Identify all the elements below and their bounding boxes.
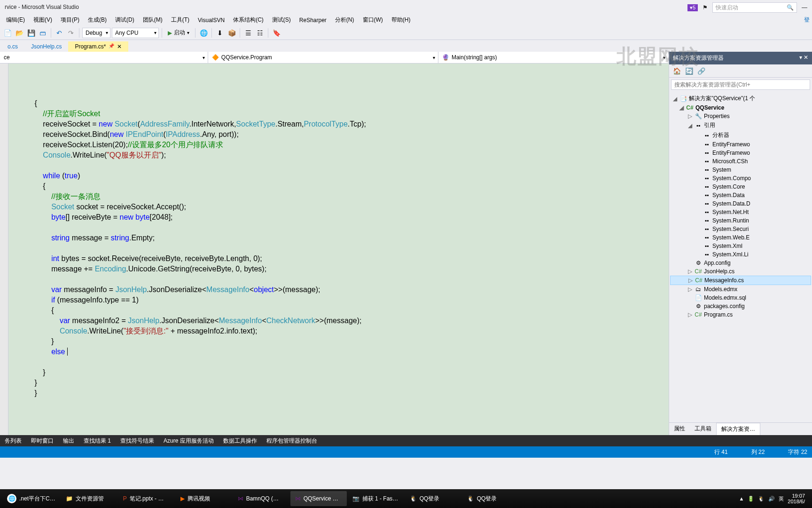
tree-ref-item[interactable]: ▪▪System.Xml <box>670 242 811 250</box>
tree-ref-item[interactable]: ▪▪Microsoft.CSh <box>670 157 811 166</box>
tree-ref-item[interactable]: ▪▪System.Data.D <box>670 199 811 208</box>
menu-view[interactable]: 视图(V) <box>30 15 56 25</box>
tree-file-item[interactable]: ▷C#MessageInfo.cs <box>670 276 811 285</box>
side-tab-toolbox[interactable]: 工具箱 <box>690 423 716 435</box>
tree-file-item[interactable]: ⚙App.config <box>670 259 811 267</box>
comment-button[interactable]: ☰ <box>243 28 253 38</box>
tray-volume-icon[interactable]: 🔊 <box>768 496 775 502</box>
notification-badge[interactable]: ▾5 <box>687 4 698 11</box>
menu-architecture[interactable]: 体系结构(C) <box>229 15 267 25</box>
extension-button[interactable]: 📦 <box>226 28 237 38</box>
tree-ref-item[interactable]: ▪▪System <box>670 166 811 174</box>
tray-ime[interactable]: 英 <box>779 495 784 502</box>
menu-debug[interactable]: 调试(D) <box>111 15 138 25</box>
task-bamnqq[interactable]: ⋈BamnQQ (… <box>233 491 289 506</box>
menu-analyze[interactable]: 分析(N) <box>331 15 358 25</box>
menu-team[interactable]: 团队(M) <box>139 15 166 25</box>
new-button[interactable]: 📄 <box>2 28 13 38</box>
menu-edit[interactable]: 编辑(E) <box>2 15 29 25</box>
tab-jsonhelp[interactable]: JsonHelp.cs <box>24 41 68 52</box>
task-qq2[interactable]: 🐧QQ登录 <box>462 491 519 506</box>
tree-file-item[interactable]: ▷C#Program.cs <box>670 310 811 319</box>
sync-icon[interactable]: 🔗 <box>696 66 706 76</box>
bt-output[interactable]: 输出 <box>58 436 79 446</box>
menu-project[interactable]: 项目(P) <box>57 15 83 25</box>
redo-button[interactable]: ↷ <box>66 28 76 38</box>
step-button[interactable]: ⬇ <box>215 28 225 38</box>
side-tab-solution[interactable]: 解决方案资… <box>716 423 760 435</box>
task-chrome[interactable]: 🌐.net平台下C… <box>2 491 60 506</box>
tree-ref-item[interactable]: ▪▪System.Runtin <box>670 216 811 225</box>
save-all-button[interactable]: 🗃 <box>38 28 48 38</box>
tree-ref-item[interactable]: ▪▪分析器 <box>670 130 811 140</box>
bookmark-button[interactable]: 🔖 <box>271 28 281 38</box>
side-tab-properties[interactable]: 属性 <box>669 423 690 435</box>
menu-visualsvn[interactable]: VisualSVN <box>194 16 228 25</box>
tree-project[interactable]: ◢C#QQService <box>670 103 811 112</box>
bt-package[interactable]: 程序包管理器控制台 <box>262 436 322 446</box>
tray-up-icon[interactable]: ▲ <box>739 496 744 501</box>
system-tray[interactable]: ▲ 🔋 🐧 🔊 英 19:072018/6/ <box>734 493 810 504</box>
code-editor[interactable]: { //开启监听Socket receiveSocket = new Socke… <box>0 64 669 435</box>
config-dropdown[interactable]: Debug <box>82 28 110 38</box>
feedback-icon[interactable]: ⚑ <box>703 4 708 11</box>
bt-datatool[interactable]: 数据工具操作 <box>219 436 262 446</box>
task-ppt[interactable]: P笔记.pptx - … <box>118 491 175 506</box>
tree-ref-item[interactable]: ▪▪System.Web.E <box>670 233 811 242</box>
browse-button[interactable]: 🌐 <box>198 28 209 38</box>
bt-tasklist[interactable]: 务列表 <box>0 436 26 446</box>
tree-file-item[interactable]: 📄Models.edmx.sql <box>670 294 811 302</box>
bt-immediate[interactable]: 即时窗口 <box>26 436 58 446</box>
tab-o-cs[interactable]: o.cs <box>1 41 24 52</box>
menu-build[interactable]: 生成(B) <box>84 15 110 25</box>
tree-file-item[interactable]: ⚙packages.config <box>670 302 811 310</box>
tree-ref-item[interactable]: ▪▪System.Data <box>670 191 811 199</box>
tree-solution-root[interactable]: ◢📑解决方案"QQService"(1 个 <box>670 94 811 103</box>
quick-launch-input[interactable]: 快速启动 🔍 <box>712 2 797 13</box>
refresh-icon[interactable]: 🔄 <box>684 66 694 76</box>
nav-type[interactable]: 🔶QQService.Program <box>208 52 438 63</box>
uncomment-button[interactable]: ☷ <box>255 28 265 38</box>
tree-file-item[interactable]: ▷🗂Models.edmx <box>670 285 811 294</box>
menu-tools[interactable]: 工具(T) <box>167 15 193 25</box>
tree-ref-item[interactable]: ▪▪EntityFramewo <box>670 149 811 157</box>
save-button[interactable]: 💾 <box>26 28 36 38</box>
tray-qq-icon[interactable]: 🐧 <box>758 496 765 502</box>
task-tencent[interactable]: ▶腾讯视频 <box>176 491 232 506</box>
bt-find1[interactable]: 查找结果 1 <box>79 436 116 446</box>
close-icon[interactable]: ✕ <box>117 43 122 50</box>
login-link[interactable]: 登 <box>804 16 810 24</box>
pin-icon[interactable]: 📌 <box>109 43 114 50</box>
task-explorer[interactable]: 📁文件资源管 <box>61 491 117 506</box>
tree-references[interactable]: ◢▪▪引用 <box>670 120 811 130</box>
open-button[interactable]: 📂 <box>14 28 24 38</box>
tree-ref-item[interactable]: ▪▪System.Net.Ht <box>670 208 811 216</box>
tree-ref-item[interactable]: ▪▪System.Core <box>670 183 811 191</box>
tree-ref-item[interactable]: ▪▪System.Compo <box>670 174 811 183</box>
menu-window[interactable]: 窗口(W) <box>359 15 387 25</box>
tree-ref-item[interactable]: ▪▪EntityFramewo <box>670 140 811 149</box>
minimize-icon[interactable]: — <box>802 4 807 11</box>
solution-tree[interactable]: ◢📑解决方案"QQService"(1 个 ◢C#QQService ▷🔧Pro… <box>669 92 812 422</box>
menu-test[interactable]: 测试(S) <box>268 15 295 25</box>
solution-search[interactable] <box>671 79 810 90</box>
menu-help[interactable]: 帮助(H) <box>388 15 414 25</box>
menu-resharper[interactable]: ReSharper <box>296 16 330 25</box>
tree-ref-item[interactable]: ▪▪System.Securi <box>670 225 811 233</box>
task-vs[interactable]: ⋈QQService … <box>290 491 347 506</box>
tray-battery-icon[interactable]: 🔋 <box>748 496 754 502</box>
tree-properties[interactable]: ▷🔧Properties <box>670 112 811 120</box>
bt-azure[interactable]: Azure 应用服务活动 <box>159 436 219 446</box>
task-qq1[interactable]: 🐧QQ登录 <box>405 491 461 506</box>
tab-program[interactable]: Program.cs*📌✕ <box>68 41 128 52</box>
platform-dropdown[interactable]: Any CPU <box>112 28 159 38</box>
bt-findsym[interactable]: 查找符号结果 <box>116 436 159 446</box>
task-faststone[interactable]: 📷捕获 1 - Fas… <box>348 491 404 506</box>
start-debug-button[interactable]: ▶启动▾ <box>165 29 192 37</box>
nav-project[interactable]: ce <box>0 52 208 63</box>
tree-file-item[interactable]: ▷C#JsonHelp.cs <box>670 267 811 276</box>
tree-ref-item[interactable]: ▪▪System.Xml.Li <box>670 250 811 259</box>
undo-button[interactable]: ↶ <box>54 28 64 38</box>
home-icon[interactable]: 🏠 <box>671 66 682 76</box>
nav-member[interactable]: 🔮Main(string[] args) <box>438 52 669 63</box>
